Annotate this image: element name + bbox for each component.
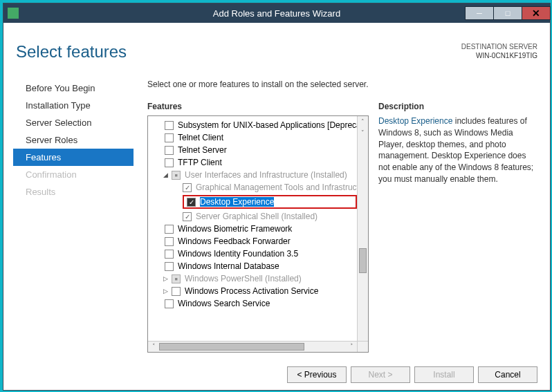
- collapse-icon[interactable]: ◢: [162, 171, 169, 178]
- feature-item[interactable]: Telnet Server: [148, 144, 357, 156]
- checkbox-icon[interactable]: [165, 225, 174, 234]
- vertical-scrollbar[interactable]: ˄ ˅: [357, 116, 368, 341]
- nav-confirmation: Confirmation: [16, 166, 134, 183]
- checkbox-icon[interactable]: [172, 287, 181, 296]
- close-button[interactable]: ✕: [522, 6, 551, 20]
- scroll-thumb[interactable]: [159, 343, 304, 351]
- scroll-up-icon[interactable]: ˄: [358, 116, 368, 127]
- feature-item[interactable]: Graphical Management Tools and Infrastru…: [148, 181, 357, 194]
- destination-server: DESTINATION SERVER WIN-0CN1KF19TIG: [461, 42, 537, 60]
- feature-item[interactable]: Windows Identity Foundation 3.5: [148, 248, 357, 260]
- previous-button[interactable]: < Previous: [287, 366, 347, 383]
- checkbox-icon[interactable]: [165, 121, 174, 130]
- feature-item[interactable]: Windows Search Service: [148, 297, 357, 310]
- feature-item[interactable]: ▷Windows Process Activation Service: [148, 285, 357, 297]
- features-listbox[interactable]: Subsystem for UNIX-based Applications [D…: [147, 115, 369, 353]
- checkbox-icon[interactable]: [187, 198, 196, 207]
- scroll-thumb[interactable]: [359, 248, 367, 273]
- checkbox-icon[interactable]: [165, 158, 174, 167]
- expand-icon[interactable]: ▷: [162, 288, 169, 295]
- feature-item[interactable]: Windows Internal Database: [148, 260, 357, 272]
- scroll-right-icon[interactable]: ˃: [346, 342, 357, 352]
- checkbox-icon[interactable]: [165, 262, 174, 271]
- feature-item[interactable]: Telnet Client: [148, 131, 357, 144]
- features-label: Features: [147, 102, 369, 111]
- nav-sidebar: Before You Begin Installation Type Serve…: [16, 80, 134, 383]
- next-button[interactable]: Next >: [351, 366, 410, 383]
- install-button[interactable]: Install: [414, 366, 474, 383]
- description-text: Desktop Experience includes features of …: [378, 115, 537, 185]
- feature-item[interactable]: TFTP Client: [148, 156, 357, 169]
- nav-before-you-begin[interactable]: Before You Begin: [16, 80, 134, 97]
- nav-results: Results: [16, 183, 134, 200]
- nav-installation-type[interactable]: Installation Type: [16, 97, 134, 114]
- nav-features[interactable]: Features: [13, 149, 134, 166]
- checkbox-icon[interactable]: [183, 183, 192, 192]
- wizard-window: Add Roles and Features Wizard ─ □ ✕ Sele…: [3, 3, 551, 391]
- checkbox-icon[interactable]: [165, 250, 174, 259]
- checkbox-icon[interactable]: [172, 171, 181, 180]
- feature-item[interactable]: Server Graphical Shell (Installed): [148, 210, 357, 223]
- feature-item[interactable]: Windows Feedback Forwarder: [148, 235, 357, 248]
- scroll-left-icon[interactable]: ˂: [148, 342, 159, 352]
- feature-item-highlighted[interactable]: Desktop Experience: [148, 194, 357, 210]
- checkbox-icon[interactable]: [165, 146, 174, 155]
- cancel-button[interactable]: Cancel: [478, 366, 537, 383]
- feature-item[interactable]: ▷Windows PowerShell (Installed): [148, 272, 357, 285]
- checkbox-icon[interactable]: [172, 274, 181, 283]
- footer-buttons: < Previous Next > Install Cancel: [147, 362, 537, 383]
- description-label: Description: [378, 102, 537, 111]
- nav-server-selection[interactable]: Server Selection: [16, 114, 134, 131]
- instruction-text: Select one or more features to install o…: [147, 80, 537, 89]
- system-menu-icon[interactable]: [8, 8, 19, 19]
- feature-item[interactable]: ◢User Interfaces and Infrastructure (Ins…: [148, 169, 357, 181]
- checkbox-icon[interactable]: [183, 212, 192, 221]
- horizontal-scrollbar[interactable]: ˂ ˃: [148, 341, 357, 352]
- page-title: Select features: [16, 42, 461, 62]
- titlebar[interactable]: Add Roles and Features Wizard ─ □ ✕: [3, 3, 550, 23]
- minimize-button[interactable]: ─: [465, 6, 494, 20]
- checkbox-icon[interactable]: [165, 299, 174, 308]
- feature-item[interactable]: Subsystem for UNIX-based Applications [D…: [148, 119, 357, 131]
- expand-icon[interactable]: ▷: [162, 275, 169, 282]
- maximize-button[interactable]: □: [493, 6, 522, 20]
- checkbox-icon[interactable]: [165, 133, 174, 142]
- scroll-corner: [357, 341, 368, 352]
- feature-item[interactable]: Windows Biometric Framework: [148, 223, 357, 235]
- nav-server-roles[interactable]: Server Roles: [16, 131, 134, 149]
- checkbox-icon[interactable]: [165, 237, 174, 246]
- window-title: Add Roles and Features Wizard: [213, 8, 340, 19]
- highlight-box: Desktop Experience: [183, 195, 357, 209]
